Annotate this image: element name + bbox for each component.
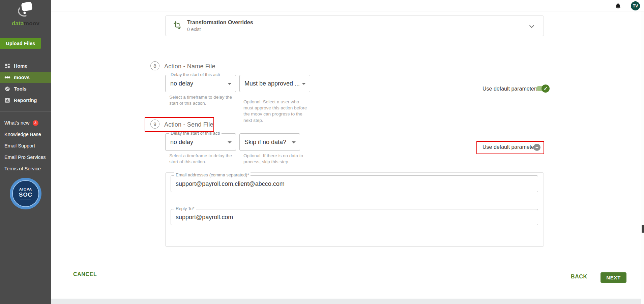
whats-new-count-badge: 3 [33, 120, 38, 126]
notifications-bell-icon[interactable] [615, 2, 621, 9]
step9-skip-select-value: Skip if no data? [244, 134, 286, 151]
sidebar-link-email-support[interactable]: Email Support [0, 142, 51, 149]
step8-approver-select[interactable]: Must be approved ... [239, 75, 310, 92]
sidebar-item-label: moovs [14, 75, 30, 80]
step-9-number-circle: 9 [150, 120, 159, 129]
dropdown-caret-icon [302, 83, 306, 85]
dropdown-caret-icon [292, 141, 296, 143]
reply-to-field-label: Reply To* [174, 206, 196, 211]
step-8-title: Action - Name File [164, 63, 215, 70]
sidebar-link-whats-new[interactable]: What's new 3 [0, 119, 51, 127]
step9-delay-select[interactable]: Delay the start of this acti no delay [165, 133, 236, 151]
step9-delay-select-value: no delay [170, 134, 193, 151]
dropdown-caret-icon [228, 141, 232, 143]
page-bottom-strip [51, 299, 644, 304]
scrollbar-track[interactable] [641, 11, 644, 304]
home-dashboard-icon [4, 63, 10, 69]
sidebar-link-email-pro-services[interactable]: Email Pro Services [0, 154, 51, 161]
back-button[interactable]: BACK [571, 274, 587, 280]
sidebar-item-label: Tools [14, 86, 27, 92]
step8-approver-select-value: Must be approved ... [244, 75, 300, 92]
step8-use-default-parameters-label: Use default parameters [482, 86, 538, 92]
accordion-text: Transformation Overrides 0 exist [187, 20, 253, 32]
step9-skip-helper-text: Optional: If there is no data to process… [243, 153, 306, 165]
aicpa-soc-badge-inner: AICPA SOC [12, 180, 39, 207]
sidebar-item-label: Home [14, 63, 27, 69]
brand-logo-icon [15, 1, 36, 18]
step-8-number-circle: 8 [150, 61, 159, 70]
scrollbar-thumb[interactable] [642, 225, 644, 233]
step8-delay-select-value: no delay [170, 75, 193, 92]
sidebar-link-label: Email Pro Services [4, 155, 46, 160]
app-root: datamoov Upload Files Home moovs Tools [0, 0, 644, 304]
sidebar-item-reporting[interactable]: Reporting [0, 95, 51, 106]
brand-logo-text-green: data [12, 20, 24, 27]
sidebar-item-label: Reporting [14, 98, 37, 103]
sidebar-divider [0, 111, 51, 112]
sidebar-link-label: Knowledge Base [4, 132, 41, 137]
toggle-check-icon: ✓ [541, 85, 550, 93]
sidebar-link-label: Email Support [4, 143, 35, 148]
step8-delay-select[interactable]: Delay the start of this acti no delay [165, 75, 236, 92]
transformation-overrides-accordion[interactable]: Transformation Overrides 0 exist [165, 15, 544, 36]
soc-badge-divider [20, 200, 31, 200]
brand-logo[interactable]: datamoov [0, 1, 51, 27]
transform-crop-icon [173, 21, 182, 31]
tools-icon [4, 86, 10, 92]
sidebar-link-terms-of-service[interactable]: Terms of Service [0, 165, 51, 172]
next-button[interactable]: NEXT [601, 272, 626, 283]
sidebar-link-label: What's new [4, 120, 30, 126]
moovs-icon [4, 74, 10, 80]
toggle-minus-icon: − [535, 144, 538, 150]
sidebar-item-moovs[interactable]: moovs [0, 72, 51, 83]
step-9-title: Action - Send File [164, 121, 213, 128]
soc-badge-top-text: AICPA [19, 187, 32, 191]
step8-approver-helper-text: Optional: Select a user who must approve… [243, 99, 308, 124]
sidebar-item-tools[interactable]: Tools [0, 83, 51, 95]
topbar: TV [51, 0, 644, 11]
step9-use-default-toggle[interactable]: − [533, 144, 540, 151]
sidebar-link-knowledge-base[interactable]: Knowledge Base [0, 131, 51, 138]
email-addresses-field-label: Email addresses (comma separated)* [174, 172, 251, 177]
cancel-button[interactable]: CANCEL [73, 271, 97, 277]
reply-to-field: Reply To* [171, 209, 538, 225]
accordion-subtitle: 0 exist [187, 27, 253, 32]
sidebar-link-label: Terms of Service [4, 166, 41, 171]
dropdown-caret-icon [228, 83, 232, 85]
chevron-down-icon[interactable] [529, 23, 534, 28]
step9-delay-helper-text: Select a timeframe to delay the start of… [169, 153, 234, 165]
brand-logo-text: datamoov [0, 20, 51, 27]
reporting-icon [4, 97, 10, 103]
step9-skip-select[interactable]: Skip if no data? [239, 133, 300, 151]
accordion-title: Transformation Overrides [187, 20, 253, 26]
sidebar: datamoov Upload Files Home moovs Tools [0, 0, 51, 304]
soc-badge-main-text: SOC [19, 192, 32, 198]
sidebar-item-home[interactable]: Home [0, 60, 51, 72]
aicpa-soc-badge: AICPA SOC [10, 178, 41, 209]
brand-logo-text-dark: moov [24, 20, 40, 27]
user-avatar[interactable]: TV [631, 1, 640, 10]
reply-to-input[interactable] [171, 209, 538, 225]
upload-files-button[interactable]: Upload Files [0, 38, 41, 49]
step8-use-default-toggle[interactable]: ✓ [535, 84, 551, 93]
email-addresses-field: Email addresses (comma separated)* [171, 175, 538, 192]
step9-use-default-parameters-label: Use default parameters [482, 144, 538, 150]
email-addresses-input[interactable] [171, 175, 538, 192]
step8-delay-helper-text: Select a timeframe to delay the start of… [169, 94, 234, 106]
